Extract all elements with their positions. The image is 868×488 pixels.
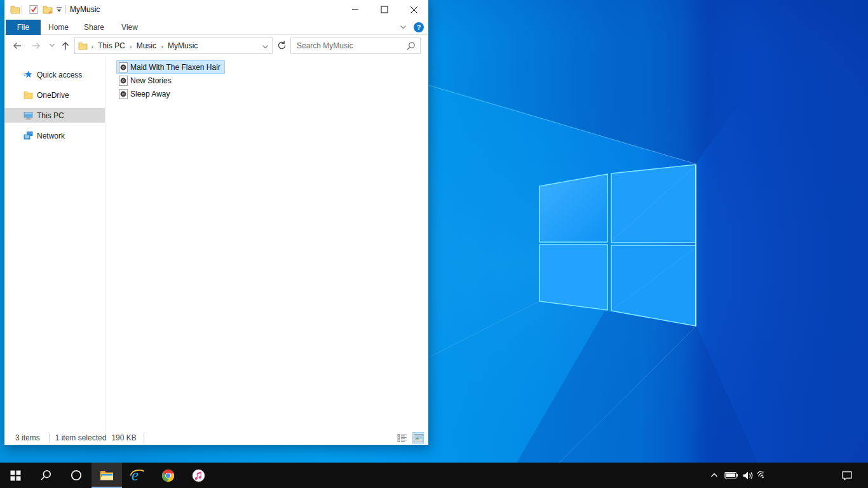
navigation-pane: Quick access OneDrive This PC: [4, 57, 105, 431]
wifi-icon[interactable]: [756, 471, 770, 480]
itunes-icon: [192, 469, 205, 482]
status-selection: 1 item selected: [55, 433, 107, 442]
new-folder-icon[interactable]: [43, 4, 53, 15]
taskbar-search-button[interactable]: [31, 463, 61, 488]
system-tray: [709, 463, 770, 488]
properties-icon[interactable]: [29, 4, 39, 15]
file-name: Sleep Away: [130, 90, 170, 98]
sidebar-item-label: Quick access: [37, 71, 82, 79]
forward-icon[interactable]: [31, 41, 41, 51]
back-icon[interactable]: [12, 41, 22, 51]
minimize-button[interactable]: [341, 0, 370, 19]
sidebar-item-label: OneDrive: [37, 91, 69, 100]
action-center-button[interactable]: [840, 463, 854, 488]
address-folder-icon: [78, 41, 88, 50]
maximize-button[interactable]: [370, 0, 399, 19]
explorer-window: MyMusic File Home Share View ?: [4, 0, 429, 445]
network-icon: [24, 131, 33, 140]
status-items-count: 3 items: [15, 433, 40, 442]
status-size: 190 KB: [111, 433, 136, 442]
sidebar-item-label: This PC: [37, 111, 64, 120]
taskbar-file-explorer-button[interactable]: [92, 463, 122, 488]
search-icon: [40, 470, 51, 481]
address-bar[interactable]: › This PC › Music › MyMusic: [74, 37, 273, 54]
address-row: › This PC › Music › MyMusic: [4, 35, 428, 57]
thumbnail-view-button[interactable]: [412, 432, 424, 444]
internet-explorer-icon: e: [130, 468, 145, 483]
file-explorer-icon: [100, 470, 114, 481]
battery-icon[interactable]: [724, 471, 739, 480]
breadcrumb-this-pc[interactable]: This PC: [97, 41, 126, 50]
breadcrumb-chevron: ›: [126, 42, 135, 50]
up-icon[interactable]: [60, 41, 71, 51]
status-separator: [49, 433, 50, 443]
taskbar-internet-explorer-button[interactable]: e: [122, 463, 153, 488]
search-box: [290, 37, 421, 54]
star-icon: [24, 70, 33, 79]
taskbar-itunes-button[interactable]: [183, 463, 214, 488]
windows-start-icon: [10, 470, 21, 481]
window-folder-icon: [10, 4, 20, 15]
ribbon-tabs: File Home Share View ?: [4, 20, 428, 35]
sidebar-item-network[interactable]: Network: [4, 128, 105, 143]
status-separator: [144, 433, 144, 443]
window-title: MyMusic: [70, 0, 100, 20]
tab-file[interactable]: File: [6, 20, 41, 35]
qat-separator2: [65, 5, 66, 14]
taskbar: e: [0, 463, 868, 488]
file-list: Maid With The Flaxen Hair New Stories: [116, 60, 225, 100]
thumbnail-view-icon: [414, 434, 423, 442]
sidebar-item-this-pc[interactable]: This PC: [4, 108, 105, 123]
sidebar-item-quick-access[interactable]: Quick access: [4, 67, 105, 82]
sidebar-item-onedrive[interactable]: OneDrive: [4, 88, 105, 102]
titlebar: MyMusic: [4, 0, 428, 20]
windows-logo: [539, 165, 696, 326]
refresh-icon[interactable]: [276, 40, 287, 51]
audio-file-icon: [119, 89, 128, 99]
breadcrumb-mymusic[interactable]: MyMusic: [166, 41, 199, 50]
qat-separator: [22, 5, 22, 14]
volume-icon[interactable]: [742, 471, 754, 480]
file-item-maid-with-the-flaxen-hair[interactable]: Maid With The Flaxen Hair: [116, 60, 225, 74]
breadcrumb-chevron: ›: [88, 42, 97, 50]
start-button[interactable]: [0, 463, 31, 488]
onedrive-folder-icon: [24, 90, 33, 100]
tab-home[interactable]: Home: [41, 20, 76, 35]
file-name: Maid With The Flaxen Hair: [130, 63, 220, 72]
breadcrumb-music[interactable]: Music: [135, 41, 158, 50]
file-item-sleep-away[interactable]: Sleep Away: [116, 87, 175, 100]
expand-ribbon-chevron-icon[interactable]: [400, 24, 407, 30]
breadcrumb-chevron: ›: [158, 42, 166, 50]
computer-icon: [24, 111, 33, 120]
status-bar: 3 items 1 item selected 190 KB: [4, 431, 428, 445]
close-button[interactable]: [399, 0, 428, 19]
sidebar-item-label: Network: [37, 132, 65, 140]
tab-view[interactable]: View: [112, 20, 147, 35]
recent-locations-chevron-icon[interactable]: [49, 43, 55, 48]
address-dropdown-chevron-icon[interactable]: [262, 44, 269, 50]
hidden-icons-chevron-icon[interactable]: [709, 471, 719, 480]
file-item-new-stories[interactable]: New Stories: [116, 74, 176, 87]
action-center-icon: [841, 470, 853, 481]
cortana-icon: [71, 470, 82, 481]
details-view-button[interactable]: [397, 432, 408, 444]
help-button[interactable]: ?: [414, 22, 424, 32]
file-name: New Stories: [130, 76, 172, 85]
details-view-icon: [397, 433, 407, 442]
cortana-button[interactable]: [61, 463, 92, 488]
qat-customize-chevron-icon[interactable]: [55, 4, 63, 15]
content-area: Quick access OneDrive This PC: [4, 57, 428, 431]
tab-share[interactable]: Share: [76, 20, 112, 35]
audio-file-icon: [119, 62, 128, 72]
taskbar-chrome-button[interactable]: [153, 463, 183, 488]
chrome-icon: [161, 469, 175, 482]
search-icon[interactable]: [406, 41, 416, 51]
audio-file-icon: [119, 76, 128, 86]
search-input[interactable]: [297, 38, 398, 53]
